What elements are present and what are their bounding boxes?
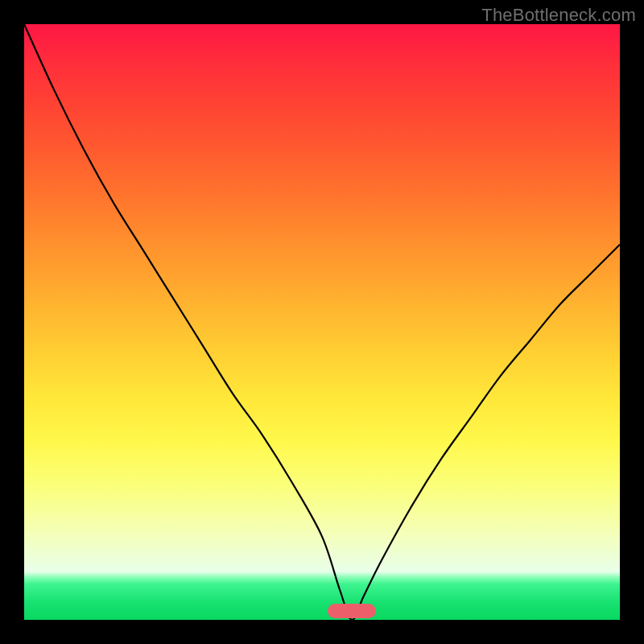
- curve-path: [24, 24, 620, 620]
- plot-area: [24, 24, 620, 620]
- bottleneck-curve: [24, 24, 620, 620]
- attribution-label: TheBottleneck.com: [481, 5, 636, 26]
- optimal-marker: [328, 604, 376, 618]
- chart-container: TheBottleneck.com: [0, 0, 644, 644]
